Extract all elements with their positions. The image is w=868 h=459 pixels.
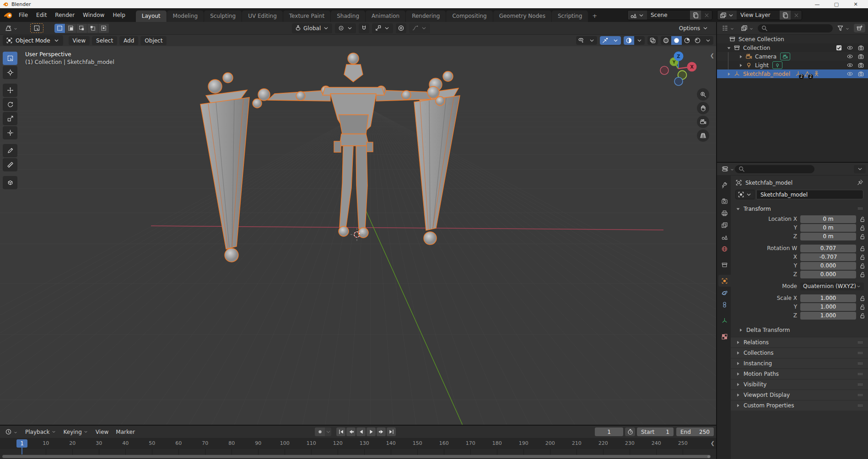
menu-edit[interactable]: Edit bbox=[32, 11, 51, 20]
workspace-tab-layout[interactable]: Layout bbox=[136, 11, 167, 22]
use-preview-range-button[interactable] bbox=[625, 427, 635, 436]
rotate-tool[interactable] bbox=[3, 98, 17, 111]
new-collection-button[interactable] bbox=[854, 24, 865, 32]
snap-toggle[interactable] bbox=[359, 23, 369, 33]
overlays-toggle[interactable] bbox=[624, 36, 645, 45]
panel-viewport-display[interactable]: Viewport Display bbox=[731, 390, 868, 400]
outliner-row-collection[interactable]: Collection bbox=[717, 43, 868, 52]
zoom-button[interactable] bbox=[697, 88, 709, 101]
start-frame-field[interactable]: Start 1 bbox=[637, 427, 674, 436]
outliner-row-scene-collection[interactable]: Scene Collection bbox=[717, 35, 868, 43]
value-field[interactable]: 0.707 bbox=[800, 245, 856, 252]
timeline-scrollbar[interactable] bbox=[2, 455, 711, 458]
panel-custom-properties[interactable]: Custom Properties bbox=[731, 400, 868, 411]
scale-tool[interactable] bbox=[3, 112, 17, 125]
outliner-search-input[interactable] bbox=[758, 24, 833, 32]
active-tool-indicator[interactable] bbox=[30, 23, 43, 33]
outliner-display-mode-button[interactable] bbox=[719, 24, 737, 32]
menu-render[interactable]: Render bbox=[51, 11, 79, 20]
playhead-line[interactable] bbox=[22, 447, 22, 454]
next-keyframe-button[interactable] bbox=[377, 427, 386, 436]
drag-dots-icon[interactable] bbox=[857, 392, 863, 399]
select-mode-4[interactable] bbox=[98, 24, 109, 33]
value-field[interactable]: 0.000 bbox=[800, 271, 856, 278]
shading-dropdown[interactable] bbox=[703, 36, 713, 45]
object-name-field[interactable]: Sketchfab_model bbox=[756, 190, 863, 199]
pin-icon[interactable] bbox=[857, 179, 863, 186]
value-field[interactable]: 1.000 bbox=[800, 294, 856, 302]
workspace-tab-modeling[interactable]: Modeling bbox=[167, 11, 204, 22]
workspace-tab-sculpting[interactable]: Sculpting bbox=[204, 11, 242, 22]
orthographic-toggle-button[interactable] bbox=[697, 129, 709, 142]
new-view-layer-button[interactable] bbox=[780, 11, 791, 20]
panel-visibility[interactable]: Visibility bbox=[731, 379, 868, 390]
value-field[interactable]: 0 m bbox=[800, 233, 856, 240]
options-dropdown[interactable]: Options bbox=[676, 24, 712, 32]
menu-file[interactable]: File bbox=[15, 11, 32, 20]
viewport-canvas[interactable]: User Perspective (1) Collection | Sketch… bbox=[0, 46, 716, 426]
drag-dots-icon[interactable] bbox=[857, 360, 863, 367]
close-button[interactable]: ✕ bbox=[846, 0, 865, 8]
visibility-dropdown[interactable] bbox=[576, 36, 597, 45]
value-field[interactable]: -0.707 bbox=[800, 253, 856, 261]
expand-expand-icon[interactable] bbox=[738, 63, 744, 68]
properties-tab-tool[interactable] bbox=[718, 179, 731, 191]
properties-tab-texture[interactable] bbox=[718, 331, 731, 342]
jump-to-end-button[interactable] bbox=[387, 427, 396, 436]
drag-dots-icon[interactable] bbox=[857, 381, 863, 388]
expand-collapse-icon[interactable] bbox=[726, 45, 732, 51]
properties-tab-world[interactable] bbox=[718, 243, 731, 255]
properties-tab-view-layer[interactable] bbox=[718, 219, 731, 231]
render-visibility-icon[interactable] bbox=[857, 62, 864, 69]
properties-tab-physics[interactable] bbox=[718, 287, 731, 299]
gizmos-toggle[interactable] bbox=[600, 36, 621, 45]
view-layer-browse-button[interactable] bbox=[717, 11, 737, 20]
viewport-visibility-icon[interactable] bbox=[846, 53, 853, 60]
play-button[interactable] bbox=[367, 427, 376, 436]
panel-motion-paths[interactable]: Motion Paths bbox=[731, 368, 868, 379]
shading-solid-button[interactable] bbox=[671, 36, 682, 45]
auto-keying-dropdown[interactable] bbox=[325, 427, 331, 436]
viewport-visibility-icon[interactable] bbox=[846, 70, 853, 77]
drag-dots-icon[interactable] bbox=[857, 205, 863, 212]
blender-app-icon[interactable] bbox=[4, 11, 13, 20]
minimize-button[interactable]: — bbox=[808, 0, 827, 8]
add-cube-tool[interactable] bbox=[3, 176, 17, 189]
value-field[interactable]: 0 m bbox=[800, 215, 856, 223]
render-visibility-icon[interactable] bbox=[857, 53, 864, 60]
axis-neg-x-ball[interactable] bbox=[660, 66, 669, 75]
transform-tool[interactable] bbox=[3, 126, 17, 139]
select-mode-1[interactable] bbox=[65, 24, 76, 33]
select-mode-2[interactable] bbox=[76, 24, 87, 33]
model-left-cone[interactable] bbox=[200, 73, 249, 262]
play-reverse-button[interactable] bbox=[356, 427, 366, 436]
value-field[interactable]: 0.000 bbox=[800, 262, 856, 270]
view-layer-name[interactable]: View Layer bbox=[737, 12, 780, 18]
maximize-button[interactable]: ▢ bbox=[827, 0, 846, 8]
xray-toggle[interactable] bbox=[647, 36, 658, 45]
timeline-collapse-arrow[interactable]: ❮ bbox=[711, 440, 715, 446]
object-id-dropdown[interactable] bbox=[735, 190, 755, 199]
render-visibility-icon[interactable] bbox=[857, 44, 864, 51]
timeline-editor-type-button[interactable] bbox=[3, 427, 20, 436]
move-tool[interactable] bbox=[3, 84, 17, 97]
measure-tool[interactable] bbox=[3, 158, 17, 171]
panel-collections[interactable]: Collections bbox=[731, 347, 868, 358]
transform-orientation-dropdown[interactable]: Global bbox=[292, 23, 332, 33]
expand-expand-icon[interactable] bbox=[726, 71, 732, 77]
timeline-menu-marker[interactable]: Marker bbox=[113, 427, 138, 437]
menu-window[interactable]: Window bbox=[79, 11, 108, 20]
select-mode-3[interactable] bbox=[87, 24, 98, 33]
timeline-menu-playback[interactable]: Playback bbox=[22, 427, 59, 437]
timeline-menu-view[interactable]: View bbox=[92, 427, 112, 437]
outliner-view-layer-button[interactable] bbox=[739, 24, 756, 32]
value-field[interactable]: 0 m bbox=[800, 224, 856, 232]
menu-help[interactable]: Help bbox=[108, 11, 129, 20]
model-humanoid[interactable] bbox=[253, 53, 445, 238]
workspace-tab-rendering[interactable]: Rendering bbox=[406, 11, 446, 22]
workspace-tab-geometry-nodes[interactable]: Geometry Nodes bbox=[493, 11, 551, 22]
select-mode-0[interactable] bbox=[54, 24, 65, 33]
workspace-tab--[interactable]: + bbox=[588, 10, 601, 22]
shading-material-button[interactable] bbox=[682, 36, 692, 45]
properties-search-input[interactable] bbox=[735, 165, 814, 173]
